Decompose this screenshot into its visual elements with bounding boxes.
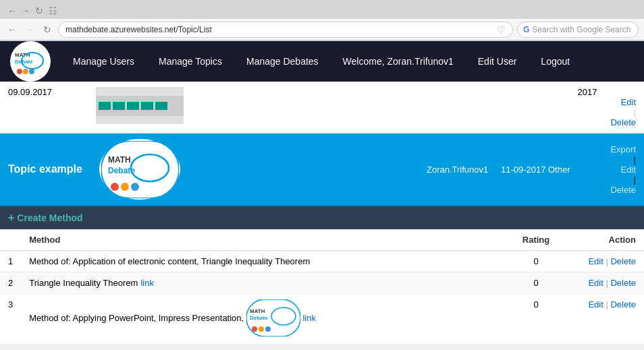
topic-export-link[interactable]: Export [610, 144, 636, 154]
methods-header: + Create Method [0, 206, 644, 229]
svg-point-5 [23, 69, 28, 74]
partial-topic-image [96, 87, 184, 124]
partial-delete-link[interactable]: Delete [610, 117, 636, 127]
method-description: Method of: Applying PowerPoint, Impress … [21, 294, 509, 345]
nav-manage-debates[interactable]: Manage Debates [234, 41, 331, 82]
svg-point-12 [121, 183, 129, 191]
topic-date: 11-09-2017 [501, 165, 548, 175]
table-row: 2Triangle Inequality Theoremlink0Edit | … [0, 272, 644, 294]
forward-button[interactable]: → [19, 4, 32, 18]
method-num: 1 [0, 251, 21, 272]
method-logo-inline: MATH Debate [246, 299, 300, 339]
logo-svg: MATH Debate [11, 42, 50, 81]
method-description: Triangle Inequality Theoremlink [21, 272, 509, 294]
svg-point-13 [131, 183, 139, 191]
topic-logo: MATH Debate [99, 139, 180, 200]
method-link[interactable]: link [302, 313, 316, 323]
nav-edit-user[interactable]: Edit User [466, 41, 529, 82]
nav-manage-users[interactable]: Manage Users [61, 41, 146, 82]
method-rating: 0 [509, 272, 563, 294]
grid-button[interactable]: ☷ [46, 4, 59, 18]
col-rating: Rating [509, 229, 563, 251]
method-num: 3 [0, 294, 21, 345]
nav-logout[interactable]: Logout [529, 41, 582, 82]
content: 09.09.2017 2017 Edit | Delete Topic exam… [0, 82, 644, 345]
svg-point-18 [252, 326, 257, 332]
method-actions: Edit | Delete [563, 251, 644, 272]
methods-table: Method Rating Action 1Method of: Applica… [0, 229, 644, 345]
google-icon: G [523, 25, 529, 34]
back-nav-button[interactable]: ← [5, 23, 19, 36]
method-edit-link-1[interactable]: Edit [588, 278, 603, 288]
url-text: mathdebate.azurewebsites.net/Topic/List [65, 25, 497, 34]
nav-links: Manage Users Manage Topics Manage Debate… [61, 41, 644, 82]
method-action-sep: | [603, 299, 611, 310]
svg-text:Debate: Debate [250, 315, 268, 321]
partial-actions: Edit | Delete [610, 87, 636, 127]
table-header-row: Method Rating Action [0, 229, 644, 251]
method-action-sep: | [603, 278, 611, 288]
topic-edit-link[interactable]: Edit [621, 165, 636, 175]
logo-area: MATH Debate [0, 41, 61, 82]
method-description: Method of: Application of electronic con… [21, 251, 509, 272]
svg-point-6 [29, 69, 34, 74]
back-button[interactable]: ← [5, 4, 19, 18]
topic-row-highlight: Topic example MATH Debate Zoran.Trifunov… [0, 134, 644, 206]
svg-point-4 [17, 69, 22, 74]
method-delete-link-0[interactable]: Delete [610, 256, 636, 266]
topic-logo-svg: MATH Debate [101, 141, 179, 198]
method-action-sep: | [603, 256, 611, 266]
method-actions: Edit | Delete [563, 294, 644, 345]
plus-icon: + [8, 212, 14, 224]
topic-category: Other [548, 165, 582, 175]
method-num: 2 [0, 272, 21, 294]
svg-text:Debate: Debate [15, 59, 33, 65]
method-delete-link-1[interactable]: Delete [610, 278, 636, 288]
method-actions: Edit | Delete [563, 272, 644, 294]
logo: MATH Debate [10, 41, 51, 82]
svg-point-19 [259, 326, 264, 332]
topic-actions: Export | Edit | Delete [582, 144, 636, 195]
method-edit-link-2[interactable]: Edit [588, 299, 603, 310]
svg-point-11 [111, 183, 119, 191]
topic-row-partial: 09.09.2017 2017 Edit | Delete [0, 82, 644, 134]
bookmark-icon: ♡ [497, 24, 506, 35]
method-edit-link-0[interactable]: Edit [588, 256, 603, 266]
create-method-button[interactable]: + Create Method [8, 212, 83, 224]
google-search-box[interactable]: G Search with Google Search [517, 22, 639, 38]
topic-delete-link[interactable]: Delete [610, 185, 636, 195]
nav-welcome: Welcome, Zoran.Trifunov1 [331, 41, 466, 82]
partial-topic-date: 09.09.2017 [8, 87, 89, 97]
forward-nav-button[interactable]: → [23, 23, 36, 36]
nav-bar: ← → ↻ mathdebate.azurewebsites.net/Topic… [0, 19, 644, 40]
svg-text:MATH: MATH [250, 308, 265, 314]
method-text: Method of: Applying PowerPoint, Impress … [29, 313, 246, 323]
partial-edit-link[interactable]: Edit [621, 97, 636, 107]
main-nav: MATH Debate Manage Users Manage Topics M… [0, 41, 644, 82]
method-delete-link-2[interactable]: Delete [610, 299, 636, 310]
partial-separator [633, 87, 636, 97]
method-link[interactable]: link [140, 278, 154, 288]
table-row: 3Method of: Applying PowerPoint, Impress… [0, 294, 644, 345]
svg-point-20 [265, 326, 271, 332]
topic-name: Topic example [8, 163, 89, 175]
table-row: 1Method of: Application of electronic co… [0, 251, 644, 272]
browser-chrome: ← → ↻ ☷ ← → ↻ mathdebate.azurewebsites.n… [0, 0, 644, 41]
method-text: Triangle Inequality Theorem [29, 278, 138, 288]
tab-bar: ← → ↻ ☷ [0, 0, 644, 19]
method-text: Method of: Application of electronic con… [29, 256, 310, 266]
refresh-button[interactable]: ↻ [32, 4, 46, 18]
topic-user: Zoran.Trifunov1 [427, 165, 501, 175]
search-placeholder: Search with Google Search [532, 25, 633, 34]
partial-meta-date: 2017 [578, 87, 597, 97]
col-num [0, 229, 21, 251]
reload-button[interactable]: ↻ [41, 23, 54, 36]
nav-manage-topics[interactable]: Manage Topics [146, 41, 234, 82]
col-method: Method [21, 229, 509, 251]
svg-text:MATH: MATH [108, 155, 131, 165]
col-action: Action [563, 229, 644, 251]
url-bar[interactable]: mathdebate.azurewebsites.net/Topic/List … [58, 22, 513, 38]
method-rating: 0 [509, 251, 563, 272]
method-rating: 0 [509, 294, 563, 345]
